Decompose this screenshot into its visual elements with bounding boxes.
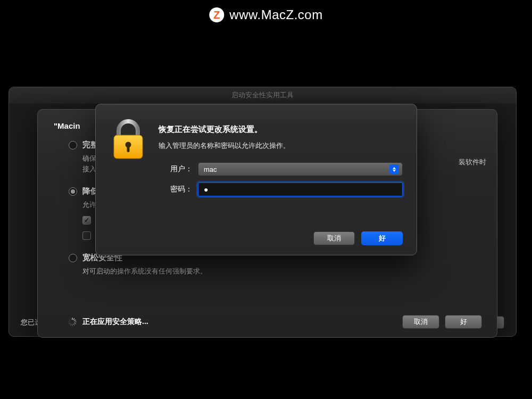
svg-rect-1	[73, 318, 74, 320]
spinner-icon	[68, 317, 77, 327]
svg-rect-6	[72, 324, 72, 326]
svg-rect-4	[74, 322, 76, 324]
applying-policy-label: 正在应用安全策略...	[82, 317, 148, 327]
checkbox-reduced-1[interactable]: ✓	[82, 216, 91, 225]
midwindow-cancel-button[interactable]: 取消	[402, 315, 439, 329]
select-arrows-icon	[389, 164, 399, 174]
radio-reduced-security[interactable]	[69, 187, 77, 196]
svg-rect-5	[73, 323, 74, 326]
right-edge-text-fragment: 装软件时	[459, 157, 486, 167]
password-label: 密码：	[159, 185, 193, 194]
radio-loose-security[interactable]	[69, 254, 77, 262]
auth-dialog-title: 恢复正在尝试更改系统设置。	[159, 124, 403, 135]
user-label: 用户：	[159, 164, 193, 174]
auth-ok-button[interactable]: 好	[361, 231, 403, 245]
password-masked-value: ●	[204, 185, 209, 194]
checkbox-reduced-2[interactable]	[82, 231, 91, 240]
password-input[interactable]: ●	[198, 182, 403, 196]
svg-rect-9	[68, 321, 70, 322]
svg-rect-7	[70, 323, 72, 326]
option-loose-security-desc: 对可启动的操作系统没有任何强制要求。	[82, 266, 481, 277]
svg-rect-14	[127, 146, 130, 152]
svg-rect-2	[74, 320, 76, 321]
auth-cancel-button[interactable]: 取消	[313, 231, 355, 245]
lock-icon	[112, 119, 145, 203]
radio-full-security[interactable]	[69, 141, 77, 149]
svg-rect-10	[69, 320, 71, 321]
auth-dialog: 恢复正在尝试更改系统设置。 输入管理员的名称和密码以允许此次操作。 用户： ma…	[95, 104, 417, 255]
svg-rect-8	[69, 322, 71, 324]
auth-dialog-subtitle: 输入管理员的名称和密码以允许此次操作。	[159, 141, 403, 151]
svg-rect-11	[70, 318, 72, 320]
watermark-logo-icon: Z	[209, 7, 224, 22]
midwindow-ok-button[interactable]: 好	[445, 315, 482, 329]
startup-security-title: 启动安全性实用工具	[9, 87, 516, 103]
svg-rect-3	[74, 321, 77, 322]
user-select[interactable]: mac	[198, 162, 403, 176]
option-full-security-desc1: 确保	[82, 154, 96, 162]
user-select-value: mac	[204, 165, 217, 173]
svg-rect-0	[72, 318, 72, 320]
watermark: Z www.MacZ.com	[209, 7, 322, 22]
option-full-security-desc2: 接入	[82, 165, 96, 173]
watermark-url: www.MacZ.com	[229, 7, 322, 22]
